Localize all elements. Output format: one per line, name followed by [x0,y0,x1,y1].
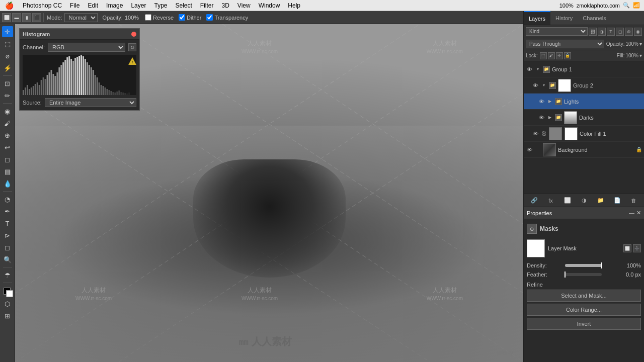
visibility-eye-background[interactable]: 👁 [526,146,533,153]
visibility-eye-lights[interactable]: 👁 [538,98,545,105]
layer-item-background[interactable]: 👁 Background 🔒 [524,142,644,158]
tab-history[interactable]: History [550,11,578,25]
menu-3d[interactable]: 3D [218,0,233,11]
clone-tool[interactable]: ⊕ [2,130,13,141]
filter-type-btn[interactable]: T [607,28,615,36]
crop-btn[interactable]: ⬛ [32,13,41,22]
transparency-checkbox-label[interactable]: Transparency [206,14,248,21]
link-layers-btn[interactable]: 🔗 [530,196,539,205]
layer-item-group2[interactable]: 👁 ▾ 📁 Group 2 [524,77,644,94]
menu-select[interactable]: Select [171,0,196,11]
menu-window[interactable]: Window [255,0,284,11]
history-brush-tool[interactable]: ↩ [2,142,13,153]
menu-help[interactable]: Help [284,0,304,11]
menu-view[interactable]: View [233,0,255,11]
new-group-btn[interactable]: 📁 [596,196,605,205]
transparency-checkbox[interactable] [206,14,213,21]
expand-lights[interactable]: ▶ [547,99,553,105]
density-slider[interactable] [565,264,602,267]
layer-item-group1[interactable]: 👁 ▾ 📁 Group 1 [524,61,644,77]
filter-smart-btn[interactable]: ⊚ [625,28,633,36]
visibility-eye-group2[interactable]: 👁 [532,82,539,89]
selection-tool[interactable]: ⬚ [2,38,13,49]
delete-layer-btn[interactable]: 🗑 [629,196,638,205]
screen-mode-tool[interactable]: ⊞ [2,310,13,321]
filter-shape-btn[interactable]: ◻ [616,28,624,36]
eyedropper-tool[interactable]: ✏ [2,90,13,101]
histogram-close-btn[interactable] [131,32,136,37]
lasso-tool[interactable]: ⌀ [2,50,13,61]
menu-layer[interactable]: Layer [127,0,150,11]
pen-tool[interactable]: ✒ [2,206,13,217]
magic-wand-tool[interactable]: ⚡ [2,62,13,73]
visibility-eye-group1[interactable]: 👁 [526,66,533,73]
quick-mask-tool[interactable]: ⬡ [2,298,13,309]
blend-mode-select[interactable]: Normal [64,13,98,22]
color-range-button[interactable]: Color Range... [527,304,641,316]
reverse-checkbox-label[interactable]: Reverse [145,14,174,21]
background-color[interactable] [6,290,13,297]
filter-kind-select[interactable]: Kind [526,27,588,36]
mask-apply-btn[interactable]: ⬜ [623,244,631,252]
tab-layers[interactable]: Layers [524,11,550,25]
source-select[interactable]: Entire Image Selected Layer [45,98,136,107]
lock-position-btn[interactable]: ✛ [556,52,563,59]
select-and-mask-button[interactable]: Select and Mask... [527,290,641,302]
blur-tool[interactable]: 💧 [2,178,13,189]
move-tool[interactable]: ✛ [2,26,13,37]
menu-image[interactable]: Image [102,0,127,11]
reverse-checkbox[interactable] [145,14,151,21]
channel-select[interactable]: RGB Red Green Blue [48,43,125,52]
path-tool[interactable]: ⊳ [2,230,13,241]
single-row-btn[interactable]: ▬ [12,13,21,22]
tab-channels[interactable]: Channels [578,11,611,25]
mask-thumbnail[interactable] [527,239,545,257]
zoom-tool[interactable]: 🔍 [2,254,13,265]
mask-subtract-btn[interactable]: ➕ [633,244,641,252]
lock-all-btn[interactable]: 🔒 [564,52,571,59]
layer-item-lights[interactable]: 👁 ▶ 📁 Lights [524,94,644,110]
invert-button[interactable]: Invert [527,318,641,330]
crop-tool[interactable]: ⊡ [2,78,13,89]
layer-item-darks[interactable]: 👁 ▶ 📁 Darks [524,110,644,126]
lock-transparent-btn[interactable]: ⬚ [540,52,547,59]
lock-image-btn[interactable]: 🖌 [548,52,555,59]
filter-adjust-btn[interactable]: ◑ [598,28,606,36]
dither-checkbox[interactable] [179,14,185,21]
dither-checkbox-label[interactable]: Dither [179,14,201,21]
hand-tool[interactable]: ☂ [2,269,13,281]
visibility-eye-colorfill1[interactable]: 👁 [532,130,539,137]
blend-mode-dropdown[interactable]: Pass Through Normal [526,40,604,48]
shape-tool[interactable]: ◻ [2,242,13,253]
add-mask-btn[interactable]: ⬜ [563,196,572,205]
brush-tool[interactable]: 🖌 [2,118,13,129]
layer-item-colorfill1[interactable]: 👁 ⛓ Color Fill 1 [524,126,644,142]
add-adjustment-btn[interactable]: ◑ [580,196,589,205]
visibility-eye-darks[interactable]: 👁 [538,114,545,121]
histogram-refresh-btn[interactable]: ↻ [128,43,136,51]
text-tool[interactable]: T [2,218,13,229]
new-layer-btn[interactable]: 📄 [613,196,622,205]
feather-slider[interactable] [565,273,602,276]
layers-toggle-btn[interactable]: ◉ [634,28,642,36]
menu-type[interactable]: Type [150,0,171,11]
spot-heal-tool[interactable]: ◉ [2,106,13,117]
properties-collapse-icon[interactable]: — [629,210,634,216]
eraser-tool[interactable]: ◻ [2,154,13,165]
filter-pixel-btn[interactable]: 🖼 [589,28,597,36]
menu-file[interactable]: File [66,0,84,11]
expand-group1[interactable]: ▾ [535,66,541,72]
menu-filter[interactable]: Filter [196,0,218,11]
search-icon[interactable]: 🔍 [623,2,630,9]
single-col-btn[interactable]: ▮ [22,13,31,22]
marquee-btn[interactable]: ⬜ [2,13,11,22]
dodge-tool[interactable]: ◔ [2,194,13,205]
expand-group2[interactable]: ▾ [541,82,547,88]
menu-photoshop[interactable]: Photoshop CC [19,0,66,11]
expand-darks[interactable]: ▶ [547,115,553,121]
menu-edit[interactable]: Edit [84,0,102,11]
apple-menu[interactable]: 🍎 [0,2,19,10]
add-fx-btn[interactable]: fx [546,196,555,205]
gradient-tool[interactable]: ▤ [2,166,13,177]
properties-close-icon[interactable]: ✕ [636,210,641,216]
